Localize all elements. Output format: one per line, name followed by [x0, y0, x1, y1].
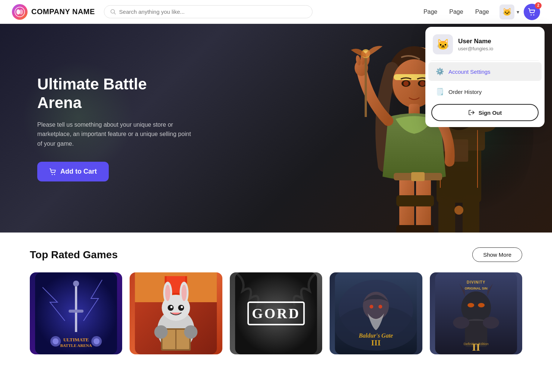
cart-icon-hero: [49, 168, 57, 176]
svg-point-87: [369, 305, 373, 309]
svg-point-88: [378, 305, 382, 309]
order-history-icon: 🗒️: [436, 88, 444, 96]
svg-point-69: [165, 285, 171, 301]
svg-point-96: [453, 317, 469, 329]
nav-page-2[interactable]: Page: [449, 9, 463, 15]
add-to-cart-label: Add to Cart: [60, 168, 97, 176]
logo-icon: [12, 4, 28, 20]
account-settings-item[interactable]: ⚙️ Account Settings: [428, 62, 542, 81]
sign-out-label: Sign Out: [479, 110, 502, 116]
games-grid: ULTIMATE BATTLE ARENA: [30, 272, 522, 354]
svg-rect-20: [438, 195, 455, 233]
svg-point-79: [184, 325, 198, 339]
dropdown-email: user@fungies.io: [458, 46, 493, 51]
svg-rect-46: [413, 195, 434, 206]
game-card-gord[interactable]: GORD: [230, 272, 322, 354]
nav-right: 🐱 ▾ 2: [498, 3, 540, 21]
dropdown-header: 🐱 User Name user@fungies.io: [425, 27, 545, 60]
add-to-cart-button[interactable]: Add to Cart: [37, 162, 109, 181]
hero-content: Ultimate Battle Arena Please tell us som…: [0, 75, 231, 182]
svg-point-59: [53, 338, 58, 344]
svg-point-53: [73, 281, 79, 287]
svg-text:GORD: GORD: [252, 306, 300, 321]
company-name: COMPANY NAME: [31, 7, 95, 16]
logo: COMPANY NAME: [12, 4, 95, 20]
svg-rect-48: [413, 225, 434, 233]
svg-rect-50: [411, 172, 425, 181]
game-card-baldur[interactable]: Baldur's Gate III: [330, 272, 422, 354]
show-more-button[interactable]: Show More: [472, 247, 522, 262]
svg-rect-21: [463, 195, 479, 233]
svg-rect-54: [69, 310, 83, 313]
game-card-uba[interactable]: ULTIMATE BATTLE ARENA: [30, 272, 122, 354]
svg-point-93: [467, 303, 474, 307]
search-icon: [110, 9, 116, 15]
chevron-down-icon: ▾: [517, 9, 519, 15]
svg-point-70: [182, 285, 187, 301]
account-settings-label: Account Settings: [448, 69, 491, 75]
main-content: Top Rated Games Show More: [0, 233, 552, 369]
svg-point-78: [155, 325, 168, 339]
svg-point-33: [420, 81, 425, 86]
game-card-gord-image: GORD: [230, 272, 322, 354]
svg-text:BATTLE ARENA: BATTLE ARENA: [60, 343, 92, 348]
cart-button[interactable]: 2: [524, 4, 540, 20]
cart-badge: 2: [535, 2, 542, 9]
section-header: Top Rated Games Show More: [30, 247, 522, 262]
svg-text:III: III: [371, 338, 381, 347]
svg-line-4: [114, 13, 115, 14]
game-card-baldur-image: Baldur's Gate III: [330, 272, 422, 354]
svg-point-94: [478, 303, 485, 307]
svg-text:Definitive Edition: Definitive Edition: [463, 342, 488, 346]
search-container: [104, 5, 313, 18]
order-history-item[interactable]: 🗒️ Order History: [428, 82, 542, 101]
dropdown-divider: [431, 60, 539, 61]
navbar: COMPANY NAME Page Page Page 🐱 ▾ 2: [0, 0, 552, 24]
section-title: Top Rated Games: [30, 249, 118, 261]
svg-point-97: [483, 317, 499, 329]
svg-point-60: [93, 338, 99, 344]
svg-point-74: [181, 306, 183, 308]
svg-point-5: [531, 14, 532, 15]
nav-links: Page Page Page: [423, 9, 489, 15]
game-card-knights-image: [130, 272, 222, 354]
dropdown-avatar: 🐱: [433, 34, 453, 54]
svg-point-6: [533, 14, 534, 15]
svg-text:DIVINITY: DIVINITY: [467, 280, 485, 284]
avatar: 🐱: [499, 4, 514, 19]
svg-point-34: [412, 90, 416, 95]
game-card-divinity-image: DIVINITY ORIGINAL SIN II Definitive Edit…: [430, 272, 522, 354]
svg-point-2: [19, 9, 23, 15]
svg-text:ULTIMATE: ULTIMATE: [63, 337, 89, 342]
search-input[interactable]: [119, 9, 306, 15]
user-avatar-button[interactable]: 🐱 ▾: [498, 3, 521, 21]
nav-page-1[interactable]: Page: [423, 9, 437, 15]
settings-icon: ⚙️: [436, 67, 444, 76]
cart-icon: [528, 8, 536, 16]
svg-point-32: [403, 81, 409, 86]
game-card-uba-image: ULTIMATE BATTLE ARENA: [30, 272, 122, 354]
user-info: User Name user@fungies.io: [458, 38, 493, 51]
sign-out-button[interactable]: Sign Out: [431, 104, 539, 121]
game-card-divinity[interactable]: DIVINITY ORIGINAL SIN II Definitive Edit…: [430, 272, 522, 354]
hero-description: Please tell us something about your uniq…: [37, 120, 194, 149]
user-dropdown: 🐱 User Name user@fungies.io ⚙️ Account S…: [425, 27, 545, 127]
svg-text:ORIGINAL SIN: ORIGINAL SIN: [464, 287, 487, 290]
dropdown-username: User Name: [458, 38, 493, 45]
svg-point-24: [454, 206, 463, 215]
game-card-knights[interactable]: [130, 272, 222, 354]
svg-point-73: [171, 306, 173, 308]
svg-point-8: [52, 174, 53, 175]
hero-title: Ultimate Battle Arena: [37, 75, 194, 113]
svg-point-9: [54, 174, 55, 175]
nav-page-3[interactable]: Page: [475, 9, 489, 15]
sign-out-icon: [468, 109, 475, 116]
order-history-label: Order History: [448, 89, 482, 95]
